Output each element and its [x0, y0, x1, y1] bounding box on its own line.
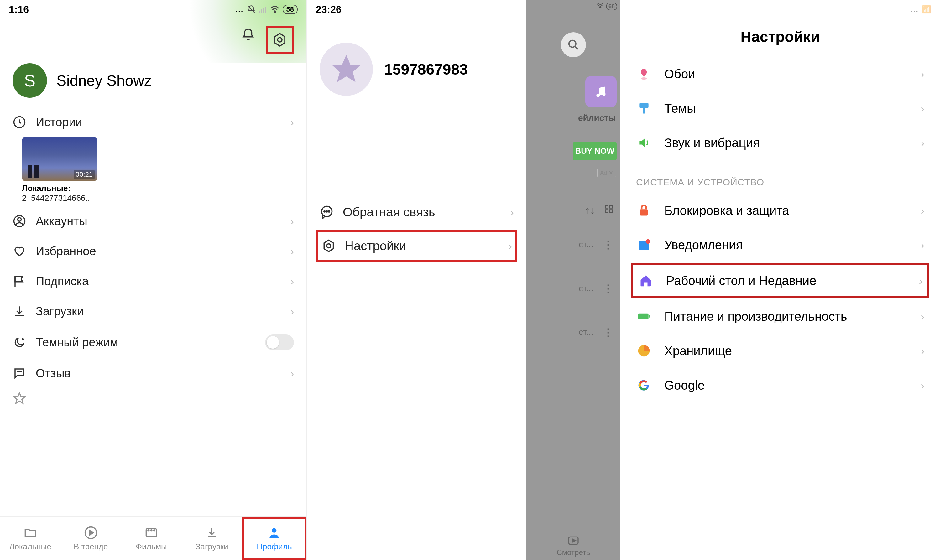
- chat-bubble-icon: [320, 205, 334, 219]
- chevron-right-icon: ›: [921, 345, 924, 357]
- menu-downloads[interactable]: Загрузки ›: [0, 296, 307, 326]
- buy-now-button[interactable]: BUY NOW: [573, 142, 616, 160]
- nav-downloads[interactable]: Загрузки: [182, 517, 242, 560]
- settings-google[interactable]: Google ›: [633, 368, 928, 403]
- menu-accounts[interactable]: Аккаунты ›: [0, 206, 307, 236]
- settings-themes[interactable]: Темы ›: [633, 91, 928, 126]
- chat-icon: [12, 366, 26, 380]
- lock-icon: [636, 203, 652, 218]
- list-item[interactable]: ст... ⋮: [526, 223, 620, 266]
- moon-icon: [12, 335, 26, 349]
- google-icon: [636, 377, 652, 393]
- menu-histories[interactable]: Истории ›: [0, 107, 307, 137]
- settings-lock[interactable]: Блокировка и защита ›: [633, 193, 928, 228]
- nav-trending[interactable]: В тренде: [60, 517, 121, 560]
- status-bar: 66: [526, 0, 620, 12]
- svg-marker-17: [89, 530, 93, 535]
- battery-icon: [636, 309, 652, 324]
- dark-mode-toggle[interactable]: [265, 334, 294, 350]
- svg-point-26: [326, 211, 327, 212]
- video-duration: 00:21: [74, 170, 95, 179]
- signal-icon: 📶: [922, 5, 931, 14]
- more-icon[interactable]: ⋮: [603, 238, 613, 251]
- svg-marker-28: [324, 240, 333, 252]
- nav-label: Смотреть: [556, 548, 590, 557]
- menu-dark-mode[interactable]: Темный режим: [0, 326, 307, 358]
- star-icon: [329, 52, 364, 86]
- search-icon: [567, 39, 579, 51]
- profile-header[interactable]: S Sidney Showz: [0, 57, 307, 107]
- sort-icon[interactable]: ↑↓: [585, 204, 595, 217]
- settings-sound[interactable]: Звук и вибрация ›: [633, 126, 928, 160]
- svg-point-31: [569, 40, 576, 47]
- status-time: 1:16: [9, 4, 29, 15]
- nav-label: В тренде: [74, 542, 108, 552]
- ad-badge[interactable]: Ad ✕: [597, 169, 616, 177]
- list-item[interactable]: ст... ⋮: [526, 266, 620, 311]
- pie-chart-icon: [636, 343, 652, 358]
- nav-profile-highlighted[interactable]: Профиль: [242, 517, 307, 560]
- battery-indicator: 58: [283, 5, 297, 14]
- history-thumbnail[interactable]: 00:21 Локальные: 2_544277314666...: [22, 137, 97, 203]
- list-item[interactable]: ст... ⋮: [526, 311, 620, 354]
- settings-storage[interactable]: Хранилище ›: [633, 334, 928, 368]
- nav-label: Загрузки: [196, 542, 228, 552]
- settings-power[interactable]: Питание и производительность ›: [633, 299, 928, 334]
- svg-marker-40: [572, 539, 576, 542]
- more-icon[interactable]: ⋮: [603, 326, 613, 338]
- chevron-right-icon: ›: [290, 368, 294, 380]
- settings-wallpaper[interactable]: Обои ›: [633, 57, 928, 91]
- notifications-button[interactable]: [239, 26, 257, 43]
- status-bar: 1:16 58: [0, 0, 307, 17]
- account-header[interactable]: 1597867983: [307, 17, 526, 115]
- svg-point-30: [600, 6, 601, 8]
- svg-point-19: [148, 529, 149, 531]
- thumbnail-title: Локальные:: [22, 183, 97, 193]
- settings-label: Темы: [664, 102, 908, 115]
- star-outline-icon: [12, 391, 26, 405]
- settings-notifications[interactable]: Уведомления ›: [633, 228, 928, 262]
- chevron-right-icon: ›: [290, 245, 294, 257]
- screen-account: 23:26 1597867983 Обратная связь › Настро…: [307, 0, 526, 560]
- nav-label: Фильмы: [136, 542, 167, 552]
- svg-point-5: [274, 11, 276, 12]
- svg-rect-36: [610, 205, 613, 208]
- menu-label: Обратная связь: [343, 205, 502, 219]
- heart-icon: [12, 244, 26, 258]
- nav-movies[interactable]: Фильмы: [121, 517, 182, 560]
- bottom-nav-watch[interactable]: Смотреть: [526, 534, 620, 557]
- more-dots-icon: [236, 5, 244, 14]
- menu-settings-highlighted[interactable]: Настройки ›: [316, 230, 517, 262]
- more-icon[interactable]: ⋮: [603, 282, 613, 295]
- page-title: Настройки: [620, 17, 940, 57]
- menu-favorites[interactable]: Избранное ›: [0, 236, 307, 266]
- account-id: 1597867983: [384, 61, 468, 78]
- nav-local[interactable]: Локальные: [0, 517, 60, 560]
- gear-hex-icon: [272, 32, 287, 47]
- chevron-right-icon: ›: [290, 116, 294, 128]
- screen-profile-app: 1:16 58: [0, 0, 307, 560]
- nav-label: Профиль: [257, 542, 292, 552]
- gear-hex-icon: [322, 238, 336, 253]
- screen-system-settings: 📶 Настройки Обои › Темы › Звук и вибраци…: [620, 0, 940, 560]
- menu-feedback[interactable]: Обратная связь ›: [307, 196, 526, 228]
- speaker-icon: [636, 135, 652, 151]
- svg-point-27: [329, 211, 330, 212]
- menu-feedback[interactable]: Отзыв ›: [0, 358, 307, 388]
- menu-label: Темный режим: [36, 336, 256, 349]
- grid-icon[interactable]: [604, 204, 613, 217]
- avatar-initial: S: [24, 71, 35, 90]
- settings-label: Google: [664, 378, 908, 392]
- svg-point-10: [17, 218, 21, 221]
- playlists-tile[interactable]: [585, 76, 616, 108]
- search-button[interactable]: [561, 32, 586, 57]
- menu-label: Загрузки: [36, 305, 281, 318]
- settings-home-highlighted[interactable]: Рабочий стол и Недавние ›: [631, 263, 929, 298]
- svg-point-20: [151, 529, 152, 531]
- svg-rect-42: [639, 103, 648, 108]
- settings-label: Блокировка и защита: [664, 203, 908, 218]
- svg-point-41: [641, 77, 647, 80]
- home-icon: [638, 273, 653, 288]
- settings-button-highlighted[interactable]: [266, 26, 294, 54]
- menu-subscription[interactable]: Подписка ›: [0, 266, 307, 296]
